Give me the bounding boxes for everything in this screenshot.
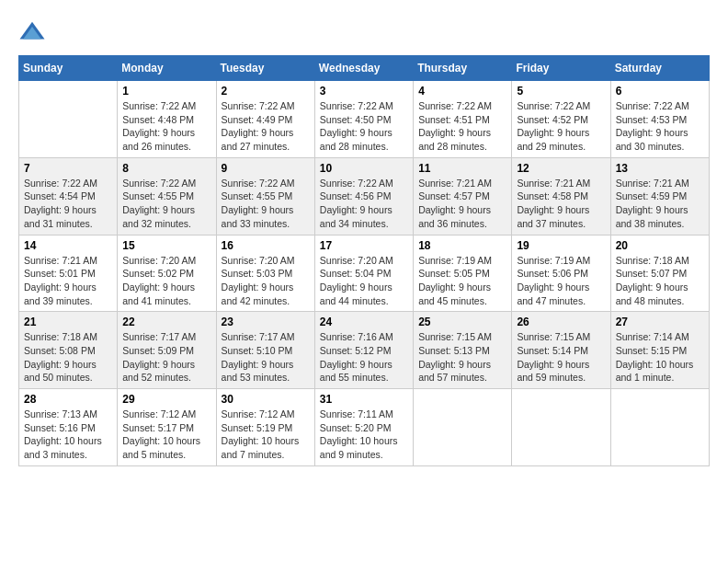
day-info: Sunrise: 7:20 AM Sunset: 5:03 PM Dayligh… [222, 254, 310, 308]
day-number: 13 [616, 162, 704, 175]
day-info: Sunrise: 7:21 AM Sunset: 5:01 PM Dayligh… [24, 254, 112, 308]
logo [18, 18, 50, 46]
day-info: Sunrise: 7:12 AM Sunset: 5:17 PM Dayligh… [122, 408, 210, 462]
day-info: Sunrise: 7:17 AM Sunset: 5:09 PM Dayligh… [122, 330, 210, 385]
day-info: Sunrise: 7:22 AM Sunset: 4:55 PM Dayligh… [122, 177, 210, 231]
day-number: 8 [122, 162, 210, 175]
day-info: Sunrise: 7:19 AM Sunset: 5:06 PM Dayligh… [517, 254, 605, 308]
day-cell: 3Sunrise: 7:22 AM Sunset: 4:50 PM Daylig… [314, 81, 413, 158]
day-number: 16 [222, 239, 310, 252]
day-cell: 21Sunrise: 7:18 AM Sunset: 5:08 PM Dayli… [19, 312, 118, 389]
day-info: Sunrise: 7:11 AM Sunset: 5:20 PM Dayligh… [320, 408, 408, 462]
day-cell: 7Sunrise: 7:22 AM Sunset: 4:54 PM Daylig… [19, 157, 118, 235]
day-number: 4 [418, 85, 506, 98]
day-number: 5 [517, 85, 605, 98]
day-cell: 31Sunrise: 7:11 AM Sunset: 5:20 PM Dayli… [314, 389, 413, 466]
day-info: Sunrise: 7:16 AM Sunset: 5:12 PM Dayligh… [320, 330, 408, 385]
day-cell: 16Sunrise: 7:20 AM Sunset: 5:03 PM Dayli… [216, 235, 314, 312]
day-cell: 14Sunrise: 7:21 AM Sunset: 5:01 PM Dayli… [19, 235, 118, 312]
day-cell: 19Sunrise: 7:19 AM Sunset: 5:06 PM Dayli… [512, 235, 610, 312]
day-cell: 12Sunrise: 7:21 AM Sunset: 4:58 PM Dayli… [512, 157, 610, 235]
day-info: Sunrise: 7:21 AM Sunset: 4:57 PM Dayligh… [418, 177, 506, 231]
weekday-header-thursday: Thursday [414, 56, 512, 81]
logo-icon [18, 18, 46, 46]
calendar: SundayMondayTuesdayWednesdayThursdayFrid… [18, 55, 710, 466]
week-row-4: 21Sunrise: 7:18 AM Sunset: 5:08 PM Dayli… [19, 312, 710, 389]
day-info: Sunrise: 7:22 AM Sunset: 4:49 PM Dayligh… [222, 99, 310, 154]
day-info: Sunrise: 7:13 AM Sunset: 5:16 PM Dayligh… [24, 408, 112, 462]
day-number: 29 [122, 393, 210, 406]
day-cell: 15Sunrise: 7:20 AM Sunset: 5:02 PM Dayli… [118, 235, 216, 312]
day-number: 24 [320, 316, 408, 328]
week-row-2: 7Sunrise: 7:22 AM Sunset: 4:54 PM Daylig… [19, 157, 710, 235]
day-number: 31 [320, 393, 408, 406]
day-info: Sunrise: 7:18 AM Sunset: 5:07 PM Dayligh… [616, 254, 704, 308]
day-info: Sunrise: 7:21 AM Sunset: 4:58 PM Dayligh… [517, 177, 605, 231]
weekday-header-friday: Friday [512, 56, 610, 81]
day-cell: 5Sunrise: 7:22 AM Sunset: 4:52 PM Daylig… [512, 81, 610, 158]
day-number: 17 [320, 239, 408, 252]
day-info: Sunrise: 7:12 AM Sunset: 5:19 PM Dayligh… [222, 408, 310, 462]
day-number: 26 [517, 316, 605, 328]
day-number: 25 [418, 316, 506, 328]
weekday-header-sunday: Sunday [19, 56, 118, 81]
day-cell: 1Sunrise: 7:22 AM Sunset: 4:48 PM Daylig… [118, 81, 216, 158]
day-info: Sunrise: 7:22 AM Sunset: 4:56 PM Dayligh… [320, 177, 408, 231]
weekday-header-monday: Monday [118, 56, 216, 81]
day-info: Sunrise: 7:18 AM Sunset: 5:08 PM Dayligh… [24, 330, 112, 385]
day-number: 28 [24, 393, 112, 406]
day-number: 18 [418, 239, 506, 252]
day-info: Sunrise: 7:22 AM Sunset: 4:50 PM Dayligh… [320, 99, 408, 154]
day-cell: 8Sunrise: 7:22 AM Sunset: 4:55 PM Daylig… [118, 157, 216, 235]
day-number: 1 [122, 85, 210, 98]
day-number: 11 [418, 162, 506, 175]
day-number: 22 [122, 316, 210, 328]
day-cell: 10Sunrise: 7:22 AM Sunset: 4:56 PM Dayli… [314, 157, 413, 235]
day-info: Sunrise: 7:15 AM Sunset: 5:14 PM Dayligh… [517, 330, 605, 385]
day-cell: 24Sunrise: 7:16 AM Sunset: 5:12 PM Dayli… [314, 312, 413, 389]
day-info: Sunrise: 7:15 AM Sunset: 5:13 PM Dayligh… [418, 330, 506, 385]
day-number: 12 [517, 162, 605, 175]
day-number: 19 [517, 239, 605, 252]
day-cell: 13Sunrise: 7:21 AM Sunset: 4:59 PM Dayli… [610, 157, 709, 235]
day-number: 27 [616, 316, 704, 328]
day-info: Sunrise: 7:22 AM Sunset: 4:55 PM Dayligh… [222, 177, 310, 231]
day-cell: 9Sunrise: 7:22 AM Sunset: 4:55 PM Daylig… [216, 157, 314, 235]
day-cell: 17Sunrise: 7:20 AM Sunset: 5:04 PM Dayli… [314, 235, 413, 312]
day-number: 7 [24, 162, 112, 175]
day-number: 10 [320, 162, 408, 175]
weekday-header-saturday: Saturday [610, 56, 709, 81]
week-row-1: 1Sunrise: 7:22 AM Sunset: 4:48 PM Daylig… [19, 81, 710, 158]
day-info: Sunrise: 7:14 AM Sunset: 5:15 PM Dayligh… [616, 330, 704, 385]
week-row-3: 14Sunrise: 7:21 AM Sunset: 5:01 PM Dayli… [19, 235, 710, 312]
day-info: Sunrise: 7:22 AM Sunset: 4:48 PM Dayligh… [122, 99, 210, 154]
day-cell: 20Sunrise: 7:18 AM Sunset: 5:07 PM Dayli… [610, 235, 709, 312]
day-cell [19, 81, 118, 158]
day-info: Sunrise: 7:19 AM Sunset: 5:05 PM Dayligh… [418, 254, 506, 308]
day-info: Sunrise: 7:20 AM Sunset: 5:04 PM Dayligh… [320, 254, 408, 308]
day-cell: 28Sunrise: 7:13 AM Sunset: 5:16 PM Dayli… [19, 389, 118, 466]
week-row-5: 28Sunrise: 7:13 AM Sunset: 5:16 PM Dayli… [19, 389, 710, 466]
day-number: 6 [616, 85, 704, 98]
day-number: 9 [222, 162, 310, 175]
day-number: 15 [122, 239, 210, 252]
day-info: Sunrise: 7:17 AM Sunset: 5:10 PM Dayligh… [222, 330, 310, 385]
day-number: 30 [222, 393, 310, 406]
day-number: 23 [222, 316, 310, 328]
day-cell [610, 389, 709, 466]
day-info: Sunrise: 7:22 AM Sunset: 4:52 PM Dayligh… [517, 99, 605, 154]
day-info: Sunrise: 7:21 AM Sunset: 4:59 PM Dayligh… [616, 177, 704, 231]
day-cell [414, 389, 512, 466]
day-cell: 6Sunrise: 7:22 AM Sunset: 4:53 PM Daylig… [610, 81, 709, 158]
day-cell: 29Sunrise: 7:12 AM Sunset: 5:17 PM Dayli… [118, 389, 216, 466]
header [18, 18, 710, 46]
day-number: 3 [320, 85, 408, 98]
day-info: Sunrise: 7:22 AM Sunset: 4:54 PM Dayligh… [24, 177, 112, 231]
day-cell: 11Sunrise: 7:21 AM Sunset: 4:57 PM Dayli… [414, 157, 512, 235]
day-cell: 18Sunrise: 7:19 AM Sunset: 5:05 PM Dayli… [414, 235, 512, 312]
day-info: Sunrise: 7:20 AM Sunset: 5:02 PM Dayligh… [122, 254, 210, 308]
day-cell: 27Sunrise: 7:14 AM Sunset: 5:15 PM Dayli… [610, 312, 709, 389]
day-number: 21 [24, 316, 112, 328]
weekday-header-tuesday: Tuesday [216, 56, 314, 81]
day-cell: 2Sunrise: 7:22 AM Sunset: 4:49 PM Daylig… [216, 81, 314, 158]
